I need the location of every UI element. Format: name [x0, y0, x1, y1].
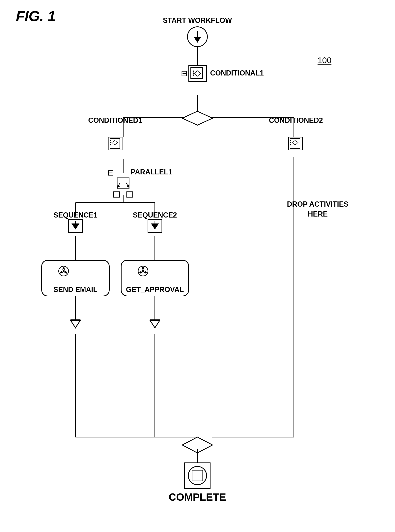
svg-point-44	[290, 144, 291, 145]
svg-marker-58	[71, 320, 80, 328]
parallel-minus-icon: ⊟	[107, 168, 114, 177]
decision-diamond-top	[182, 111, 213, 125]
complete-inner-square	[192, 470, 203, 481]
svg-marker-35	[112, 140, 118, 145]
send-email-icon: ✇	[58, 264, 70, 279]
svg-point-43	[290, 142, 291, 143]
svg-rect-51	[127, 192, 133, 197]
svg-marker-29	[194, 71, 201, 76]
svg-point-37	[110, 142, 111, 143]
svg-marker-53	[71, 223, 79, 229]
svg-point-31	[193, 72, 194, 74]
svg-point-36	[110, 140, 111, 141]
svg-rect-34	[110, 139, 120, 148]
svg-rect-39	[289, 137, 302, 150]
svg-marker-25	[194, 37, 201, 43]
get-approval-label: GET_APPROVAL	[126, 285, 184, 294]
svg-rect-33	[108, 137, 122, 150]
parallel1-label: PARALLEL1	[131, 168, 172, 176]
svg-marker-56	[151, 223, 159, 229]
get-approval-icon: ✇	[137, 264, 149, 279]
minus-icon: ⊟	[181, 69, 188, 78]
conditional1-label: CONDITIONAL1	[210, 69, 264, 77]
svg-point-30	[193, 71, 194, 72]
diagram-svg: START WORKFLOW CONDITIONAL1 ⊟ CONDITIONE…	[0, 0, 395, 532]
conditioned1-label: CONDITIONED1	[88, 116, 142, 124]
svg-rect-40	[290, 139, 300, 148]
complete-circle	[188, 466, 207, 485]
sequence2-label: SEQUENCE2	[133, 211, 177, 219]
drop-activities-here-label: HERE	[308, 210, 328, 218]
svg-rect-45	[117, 178, 129, 189]
svg-marker-59	[150, 320, 160, 328]
start-workflow-label: START WORKFLOW	[163, 16, 232, 24]
svg-point-38	[110, 144, 111, 145]
sequence1-label: SEQUENCE1	[53, 211, 98, 219]
complete-label: COMPLETE	[169, 491, 226, 503]
svg-rect-27	[189, 66, 207, 81]
svg-point-32	[193, 74, 194, 76]
svg-marker-41	[292, 140, 298, 145]
conditioned2-label: CONDITIONED2	[269, 116, 323, 124]
send-email-label: SEND EMAIL	[53, 285, 98, 294]
svg-rect-28	[191, 67, 203, 78]
svg-point-42	[290, 140, 291, 141]
svg-rect-50	[114, 192, 120, 197]
drop-activities-label: DROP ACTIVITIES	[287, 200, 349, 208]
